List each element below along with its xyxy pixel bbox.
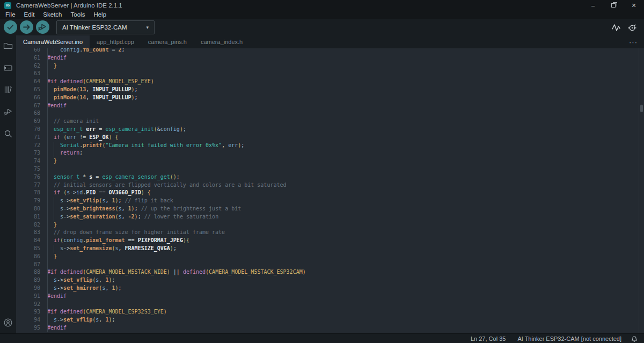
code-line[interactable]: 76 sensor_t * s = esp_camera_sensor_get(… bbox=[16, 173, 639, 181]
code-text: sensor_t * s = esp_camera_sensor_get(); bbox=[47, 173, 180, 181]
code-line[interactable]: 87 bbox=[16, 261, 639, 269]
code-line[interactable]: 70 esp_err_t err = esp_camera_init(&conf… bbox=[16, 126, 639, 134]
code-line[interactable]: 68 bbox=[16, 110, 639, 118]
line-number: 70 bbox=[16, 126, 40, 134]
indent-guide bbox=[54, 197, 54, 221]
verify-button[interactable] bbox=[4, 20, 17, 34]
tab-CameraWebServer.ino[interactable]: CameraWebServer.ino bbox=[16, 35, 90, 48]
code-text: #if defined(CAMERA_MODEL_ESP_EYE) bbox=[47, 78, 154, 86]
scrollbar-thumb[interactable] bbox=[640, 105, 643, 112]
menu-help[interactable]: Help bbox=[89, 11, 111, 19]
code-line[interactable]: 79 s->set_vflip(s, 1); // flip it back bbox=[16, 197, 639, 205]
code-line[interactable]: 69 // camera init bbox=[16, 118, 639, 126]
line-number: 74 bbox=[16, 157, 40, 165]
serial-monitor-button[interactable] bbox=[627, 22, 638, 33]
code-line[interactable]: 66 pinMode(14, INPUT_PULLUP); bbox=[16, 94, 639, 102]
code-text: s->set_saturation(s, -2); // lower the s… bbox=[47, 213, 218, 221]
maximize-button[interactable] bbox=[603, 0, 624, 11]
tab-camera_index.h[interactable]: camera_index.h bbox=[194, 35, 250, 48]
code-line[interactable]: 74 } bbox=[16, 157, 639, 165]
board-connection-status[interactable]: AI Thinker ESP32-CAM [not connected] bbox=[517, 335, 621, 342]
code-line[interactable]: 94 s->set_vflip(s, 1); bbox=[16, 316, 639, 324]
code-text: Serial.printf("Camera init failed with e… bbox=[47, 142, 244, 150]
line-number: 68 bbox=[16, 110, 40, 118]
code-text: // drop down frame size for higher initi… bbox=[47, 229, 225, 237]
toolbar: AI Thinker ESP32-CAM ▾ bbox=[0, 19, 644, 35]
code-line[interactable]: 91#endif bbox=[16, 293, 639, 301]
code-line[interactable]: 63 bbox=[16, 70, 639, 78]
restore-icon bbox=[611, 3, 616, 8]
line-number: 73 bbox=[16, 149, 40, 157]
line-number: 82 bbox=[16, 221, 40, 229]
account-icon bbox=[3, 317, 13, 328]
code-text: if (s->id.PID == OV3660_PID) { bbox=[47, 189, 151, 197]
menu-tools[interactable]: Tools bbox=[67, 11, 90, 19]
code-text: s->set_vflip(s, 1); bbox=[47, 316, 115, 324]
sidebar-item-sketchbook[interactable] bbox=[3, 40, 13, 51]
code-text: } bbox=[47, 253, 57, 261]
code-line[interactable]: 88#if defined(CAMERA_MODEL_M5STACK_WIDE)… bbox=[16, 268, 639, 276]
code-line[interactable]: 75 bbox=[16, 165, 639, 173]
code-line[interactable]: 61#endif bbox=[16, 54, 639, 62]
upload-button[interactable] bbox=[20, 20, 33, 34]
code-line[interactable]: 73 return; bbox=[16, 149, 639, 157]
title-bar: ∞ CameraWebServer | Arduino IDE 2.1.1 – … bbox=[0, 0, 644, 11]
tab-more-actions-button[interactable]: ··· bbox=[623, 35, 644, 48]
code-line[interactable]: 65 pinMode(13, INPUT_PULLUP); bbox=[16, 86, 639, 94]
code-line[interactable]: 72 Serial.printf("Camera init failed wit… bbox=[16, 142, 639, 150]
minimize-button[interactable]: – bbox=[583, 0, 603, 11]
code-line[interactable]: 71 if (err != ESP_OK) { bbox=[16, 134, 639, 142]
sidebar-item-account[interactable] bbox=[3, 317, 13, 328]
sidebar-item-library-manager[interactable] bbox=[3, 84, 13, 95]
menu-file[interactable]: File bbox=[1, 11, 20, 19]
serial-plotter-button[interactable] bbox=[611, 22, 621, 33]
code-line[interactable]: 85 s->set_framesize(s, FRAMESIZE_QVGA); bbox=[16, 245, 639, 253]
code-line[interactable]: 95#endif bbox=[16, 324, 639, 332]
cursor-position[interactable]: Ln 27, Col 35 bbox=[471, 335, 506, 342]
line-number: 89 bbox=[16, 276, 40, 284]
editor-scrollbar[interactable] bbox=[639, 48, 644, 333]
menu-bar: FileEditSketchToolsHelp bbox=[0, 11, 644, 19]
menu-sketch[interactable]: Sketch bbox=[39, 11, 66, 19]
code-line[interactable]: 86 } bbox=[16, 253, 639, 261]
debug-bug-icon bbox=[3, 106, 13, 117]
code-line[interactable]: 92 bbox=[16, 301, 639, 309]
sidebar-item-debug[interactable] bbox=[3, 106, 13, 117]
code-line[interactable]: 93#if defined(CAMERA_MODEL_ESP32S3_EYE) bbox=[16, 308, 639, 316]
code-editor[interactable]: 60 config.fb_count = 2;61#endif62 }6364#… bbox=[16, 48, 644, 333]
debug-button[interactable] bbox=[36, 20, 49, 34]
sidebar-item-boards-manager[interactable] bbox=[3, 62, 13, 73]
code-line[interactable]: 62 } bbox=[16, 62, 639, 70]
search-icon bbox=[3, 128, 13, 139]
code-line[interactable]: 90 s->set_hmirror(s, 1); bbox=[16, 284, 639, 293]
line-number: 64 bbox=[16, 78, 40, 86]
code-line[interactable]: 81 s->set_saturation(s, -2); // lower th… bbox=[16, 213, 639, 221]
notifications-button[interactable] bbox=[630, 334, 639, 343]
code-line[interactable]: 77 // initial sensors are flipped vertic… bbox=[16, 181, 639, 189]
code-text: s->set_vflip(s, 1); // flip it back bbox=[47, 197, 173, 205]
tab-app_httpd.cpp[interactable]: app_httpd.cpp bbox=[90, 35, 141, 48]
code-line[interactable]: 78 if (s->id.PID == OV3660_PID) { bbox=[16, 189, 639, 197]
sidebar-item-search[interactable] bbox=[3, 128, 13, 139]
code-text: #if defined(CAMERA_MODEL_M5STACK_WIDE) |… bbox=[47, 268, 306, 276]
board-selector-dropdown[interactable]: AI Thinker ESP32-CAM ▾ bbox=[56, 20, 155, 34]
indent-guide bbox=[47, 48, 48, 332]
code-line[interactable]: 89 s->set_vflip(s, 1); bbox=[16, 276, 639, 284]
arduino-ide-window: ∞ CameraWebServer | Arduino IDE 2.1.1 – … bbox=[0, 0, 644, 343]
tab-camera_pins.h[interactable]: camera_pins.h bbox=[141, 35, 194, 48]
code-line[interactable]: 64#if defined(CAMERA_MODEL_ESP_EYE) bbox=[16, 78, 639, 86]
code-line[interactable]: 82 } bbox=[16, 221, 639, 229]
line-number: 87 bbox=[16, 261, 40, 269]
activity-sidebar bbox=[0, 35, 16, 333]
code-line[interactable]: 60 config.fb_count = 2; bbox=[16, 48, 639, 54]
code-lines: 60 config.fb_count = 2;61#endif62 }6364#… bbox=[16, 48, 639, 332]
code-line[interactable]: 83 // drop down frame size for higher in… bbox=[16, 229, 639, 237]
code-line[interactable]: 84 if(config.pixel_format == PIXFORMAT_J… bbox=[16, 237, 639, 245]
code-text: esp_err_t err = esp_camera_init(&config)… bbox=[47, 126, 186, 134]
code-line[interactable]: 67#endif bbox=[16, 102, 639, 110]
close-button[interactable]: ✕ bbox=[624, 0, 644, 11]
code-line[interactable]: 80 s->set_brightness(s, 1); // up the br… bbox=[16, 205, 639, 213]
menu-edit[interactable]: Edit bbox=[20, 11, 39, 19]
line-number: 88 bbox=[16, 268, 40, 276]
line-number: 60 bbox=[16, 48, 40, 54]
